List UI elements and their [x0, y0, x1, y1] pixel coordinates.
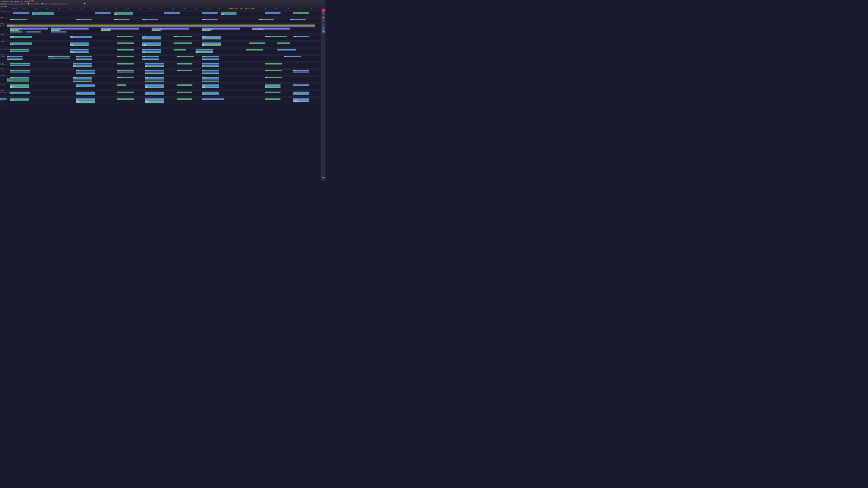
task-block[interactable]: update	[202, 37, 221, 38]
task-block[interactable]: Pax task	[142, 36, 161, 37]
thread-label-10236[interactable]: ▼ 10236	[0, 47, 7, 48]
task-block-sim-client-2[interactable]: nimby::model::Sim::simulate_client	[51, 28, 89, 29]
task-block[interactable]: train_unload	[70, 52, 89, 53]
task-block[interactable]: train_unload	[142, 45, 161, 46]
task-block[interactable]: update l, b up	[76, 86, 95, 87]
task-block[interactable]: nimby::model::Sim::simulate_systems	[252, 29, 290, 30]
zoom-in-button[interactable]: 🔍+	[53, 3, 56, 5]
task-block[interactable]: up l update	[76, 93, 95, 94]
task-block[interactable]: Pax task	[26, 31, 41, 33]
thread-header-48[interactable]: ▼ 48 (6.79 ms)	[0, 10, 321, 12]
task-block[interactable]: up up	[142, 58, 160, 59]
task-block[interactable]: l up	[202, 78, 219, 79]
thread-header-8756[interactable]: ▼ 8756	[0, 61, 321, 63]
task-block[interactable]: Extrapolator	[10, 36, 32, 37]
thread-header-21568[interactable]: ▼ 21568	[0, 83, 321, 84]
thread-label-20440[interactable]: ▼ 20440	[0, 34, 7, 35]
task-block[interactable]: up up	[76, 59, 92, 60]
task-block[interactable]: le up l upd	[73, 78, 92, 79]
task-block[interactable]: F l upda	[10, 72, 30, 73]
task-block[interactable]: Pax task update train_unload pathfind	[202, 98, 224, 100]
task-block[interactable]: l, N	[265, 87, 281, 88]
task-block[interactable]: l update	[195, 51, 213, 52]
task-block[interactable]: Extrapolator.ta	[32, 12, 54, 14]
task-block[interactable]: Extrapolator.pass.extrap	[151, 30, 161, 31]
next-frame-button[interactable]: ▶	[63, 3, 65, 5]
task-block[interactable]: l, b upp	[265, 86, 281, 87]
task-block[interactable]: Extrapolator t	[265, 70, 282, 71]
task-block[interactable]: Pax task	[202, 19, 218, 20]
task-block[interactable]: Extrapolator.u	[221, 12, 237, 14]
task-block[interactable]: Extrapo	[117, 36, 133, 37]
sidebar-icon-mail[interactable]: ✉	[322, 20, 325, 23]
task-block[interactable]: model::Population::simulate	[101, 30, 111, 31]
task-block[interactable]: up upd	[73, 65, 92, 66]
task-block[interactable]: Pax task	[145, 70, 164, 71]
task-block[interactable]: up, upd	[145, 79, 164, 80]
task-block[interactable]: up up up	[142, 59, 160, 60]
task-block[interactable]: Extrapolator.pass.Extrap	[51, 30, 60, 31]
task-block-sim-systems[interactable]: Sim::simulate_systems	[7, 26, 315, 27]
task-block[interactable]: Extrapolator	[265, 85, 281, 86]
task-block-nimby-game[interactable]: nimby::shell::run_game	[7, 24, 315, 26]
info-button[interactable]: ℹ Info	[49, 3, 52, 5]
task-block[interactable]: Extrapolator.te	[10, 70, 30, 71]
task-block[interactable]: Pax task	[284, 56, 301, 57]
task-block[interactable]: Extrapolator.task	[265, 36, 287, 37]
sidebar-icon-star[interactable]: ☆	[322, 23, 325, 26]
thread-label-48[interactable]: ▼ 48 (6.79 ms)	[0, 11, 7, 11]
task-block-sim-client-6[interactable]: nimby::model::Sim::simulate_client	[252, 28, 290, 29]
task-block[interactable]: up upd up	[202, 93, 219, 94]
task-block[interactable]: pathfind	[202, 87, 219, 88]
task-block[interactable]: pathfi	[7, 59, 23, 60]
thread-header-28056[interactable]: ▼ 28056	[0, 40, 321, 42]
task-block[interactable]: Pax task	[202, 63, 219, 65]
task-block[interactable]: upd up	[51, 31, 67, 33]
task-block[interactable]: l update	[202, 44, 221, 45]
task-block[interactable]: p path	[202, 94, 219, 95]
task-block[interactable]: Pax task	[145, 85, 164, 86]
task-block[interactable]: train_loa	[142, 52, 161, 53]
task-block[interactable]: Extrapolator.task	[10, 92, 30, 93]
task-block[interactable]: Extrapolator1	[177, 92, 193, 93]
task-block[interactable]: update	[73, 79, 92, 80]
task-block[interactable]: ll up b	[142, 37, 161, 38]
memory-button[interactable]: 💾 Memory	[35, 3, 41, 5]
stopped-button[interactable]: Stopped	[0, 3, 5, 5]
sidebar-icon-file[interactable]: 📁	[322, 16, 325, 19]
task-block[interactable]: pathfind	[145, 102, 164, 103]
prev-frame-button[interactable]: ◀	[60, 3, 62, 5]
task-block[interactable]: nimby::model::Sim::simulate_systems	[10, 29, 48, 30]
task-block[interactable]: l up t update	[293, 100, 309, 101]
task-block[interactable]: Extrapolator.t	[117, 98, 134, 100]
task-block[interactable]: update b	[145, 86, 164, 87]
thread-label-6976[interactable]: ▼ 6976	[0, 17, 7, 18]
task-block[interactable]: pat	[145, 73, 164, 74]
task-block[interactable]: Pax task	[202, 92, 219, 93]
task-block[interactable]: l pathfine	[195, 52, 213, 53]
close-button[interactable]: ✕	[32, 0, 34, 2]
task-block[interactable]: up, up l	[10, 51, 29, 52]
task-block[interactable]: Pax task	[202, 56, 219, 57]
task-block[interactable]: up, update	[70, 51, 89, 52]
task-block[interactable]: model::Population::simulate...mer	[101, 29, 139, 30]
task-block[interactable]: Pax task	[265, 12, 281, 14]
task-block[interactable]: pr pi	[293, 72, 309, 73]
task-block[interactable]: train_unload	[73, 80, 92, 82]
task-block[interactable]: Pax task	[145, 77, 164, 78]
task-block[interactable]: Extrap	[277, 42, 290, 44]
task-block[interactable]: Pax task	[70, 36, 92, 37]
task-block[interactable]: up. updat	[221, 14, 237, 15]
thread-label-33964[interactable]: ▼ 33964	[0, 90, 7, 91]
task-block[interactable]: pathfind	[202, 73, 219, 74]
task-block[interactable]: Extrapolato	[10, 19, 27, 20]
task-block[interactable]: update_land	[145, 72, 164, 73]
task-block[interactable]: Pax task	[142, 56, 160, 57]
task-block[interactable]: up up	[76, 58, 92, 59]
task-block[interactable]: Extrapolator	[174, 36, 193, 37]
task-block[interactable]: train_unload pathfin	[293, 94, 309, 95]
task-block[interactable]: l, b uppe	[202, 86, 219, 87]
task-block[interactable]: update t, l upp	[10, 86, 29, 87]
task-block[interactable]: pa pa pats	[202, 59, 219, 60]
task-block[interactable]: upd, update	[142, 44, 161, 45]
